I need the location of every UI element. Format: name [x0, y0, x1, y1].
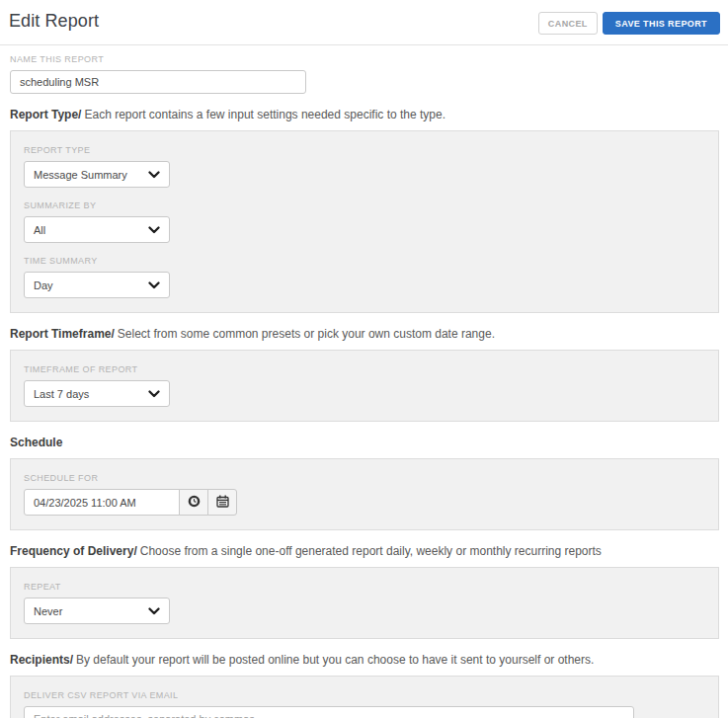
summarize-by-field: SUMMARIZE BY All: [24, 200, 705, 243]
schedule-for-label: SCHEDULE FOR: [24, 473, 705, 483]
summarize-by-select[interactable]: All: [24, 216, 170, 243]
summarize-by-label: SUMMARIZE BY: [24, 200, 705, 210]
schedule-input-group: [24, 489, 705, 516]
repeat-select-value: Never: [34, 605, 62, 617]
report-type-select-value: Message Summary: [34, 169, 127, 181]
name-report-label: NAME THIS REPORT: [10, 54, 719, 64]
name-report-field: NAME THIS REPORT: [10, 54, 719, 94]
frequency-header: Frequency of Delivery/Choose from a sing…: [10, 544, 719, 558]
form-content: NAME THIS REPORT Report Type/Each report…: [0, 54, 728, 718]
recipients-header: Recipients/By default your report will b…: [10, 653, 719, 667]
chevron-down-icon: [148, 281, 160, 289]
time-summary-select-value: Day: [34, 279, 53, 291]
recipients-description: By default your report will be posted on…: [76, 653, 594, 667]
report-type-panel: REPORT TYPE Message Summary SUMMARIZE BY…: [10, 130, 719, 313]
time-summary-field: TIME SUMMARY Day: [24, 256, 705, 298]
time-summary-label: TIME SUMMARY: [24, 256, 705, 266]
report-type-label: REPORT TYPE: [24, 145, 705, 155]
repeat-select[interactable]: Never: [24, 598, 170, 624]
frequency-panel: REPEAT Never: [10, 567, 719, 639]
chevron-down-icon: [148, 607, 160, 615]
action-buttons: CANCEL SAVE THIS REPORT: [538, 11, 720, 35]
report-timeframe-description: Select from some common presets or pick …: [118, 327, 495, 341]
email-delivery-field: DELIVER CSV REPORT VIA EMAIL: [24, 690, 705, 718]
recipients-panel: DELIVER CSV REPORT VIA EMAIL: [10, 676, 719, 718]
timeframe-select[interactable]: Last 7 days: [24, 380, 170, 407]
frequency-title: Frequency of Delivery/: [10, 544, 137, 558]
schedule-for-field: SCHEDULE FOR: [24, 473, 705, 516]
timeframe-label: TIMEFRAME OF REPORT: [24, 364, 705, 374]
save-report-button[interactable]: SAVE THIS REPORT: [603, 12, 720, 35]
schedule-panel: SCHEDULE FOR: [10, 458, 719, 530]
cancel-button[interactable]: CANCEL: [538, 12, 598, 35]
clock-icon: [188, 495, 201, 511]
chevron-down-icon: [148, 171, 160, 179]
report-type-title: Report Type/: [10, 108, 81, 121]
schedule-datetime-input[interactable]: [24, 489, 180, 516]
report-timeframe-title: Report Timeframe/: [10, 327, 115, 341]
timeframe-field: TIMEFRAME OF REPORT Last 7 days: [24, 364, 705, 407]
top-bar: Edit Report CANCEL SAVE THIS REPORT: [0, 0, 728, 44]
report-type-select[interactable]: Message Summary: [24, 161, 170, 188]
report-timeframe-panel: TIMEFRAME OF REPORT Last 7 days: [10, 350, 719, 422]
report-type-description: Each report contains a few input setting…: [84, 108, 445, 121]
schedule-header: Schedule: [10, 436, 719, 449]
email-recipients-input[interactable]: [24, 706, 634, 718]
schedule-title: Schedule: [10, 436, 62, 449]
page-title: Edit Report: [9, 11, 99, 32]
repeat-label: REPEAT: [24, 582, 705, 592]
report-type-header: Report Type/Each report contains a few i…: [10, 108, 719, 121]
summarize-by-select-value: All: [34, 224, 45, 236]
timeframe-select-value: Last 7 days: [34, 388, 89, 400]
calendar-picker-button[interactable]: [207, 489, 237, 516]
report-timeframe-header: Report Timeframe/Select from some common…: [10, 327, 719, 341]
email-delivery-label: DELIVER CSV REPORT VIA EMAIL: [24, 690, 705, 700]
chevron-down-icon: [148, 390, 160, 398]
repeat-field: REPEAT Never: [24, 582, 705, 624]
report-type-field: REPORT TYPE Message Summary: [24, 145, 705, 188]
header-divider: [0, 44, 728, 45]
time-picker-button[interactable]: [179, 489, 208, 516]
recipients-title: Recipients/: [10, 653, 73, 667]
frequency-description: Choose from a single one-off generated r…: [140, 544, 602, 558]
name-report-input[interactable]: [10, 70, 306, 94]
chevron-down-icon: [148, 226, 160, 234]
calendar-icon: [216, 495, 229, 511]
time-summary-select[interactable]: Day: [24, 272, 170, 298]
